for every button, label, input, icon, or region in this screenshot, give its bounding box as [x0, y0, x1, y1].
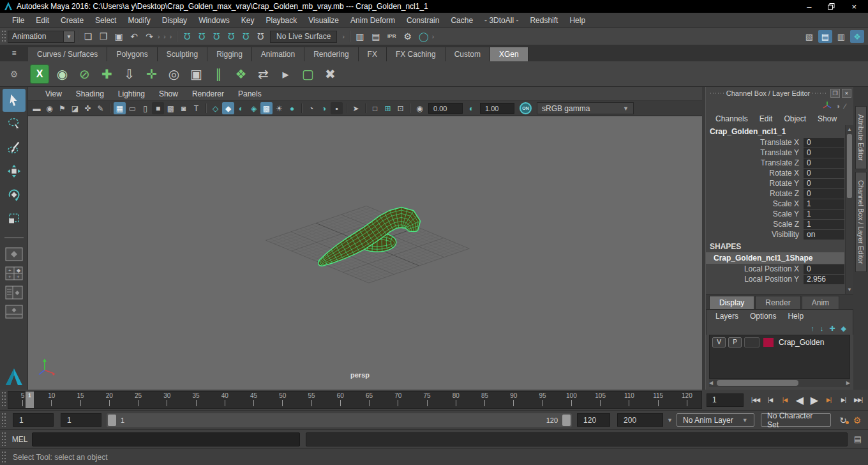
layer-editor-menu-options[interactable]: Options	[744, 312, 782, 321]
panel-menu-renderer[interactable]: Renderer	[185, 89, 231, 98]
redo-icon[interactable]: ↷	[143, 32, 156, 41]
viewport-canvas[interactable]: persp	[28, 116, 702, 390]
scroll-up-icon[interactable]: ▲	[846, 126, 853, 132]
group-expander-icon[interactable]: ›	[168, 33, 174, 40]
pt-flat-shade-icon[interactable]: ◐	[235, 102, 247, 114]
timeline-tick[interactable]: 80	[442, 392, 470, 408]
channel-object-name[interactable]: Crap_Golden_ncl1_1	[706, 125, 844, 137]
group-expander-icon[interactable]: ›	[156, 33, 161, 40]
channel-value-field[interactable]: 0	[804, 189, 844, 199]
pt-shadows-icon[interactable]: ●	[286, 102, 298, 114]
range-slider[interactable]: 1 120	[107, 413, 572, 427]
help-line-grip[interactable]	[1, 452, 6, 462]
open-scene-icon[interactable]: ❒	[97, 32, 110, 41]
timeline-tick[interactable]: 100	[557, 392, 586, 408]
playback-end-field[interactable]: 120	[577, 413, 610, 427]
range-slider-track[interactable]: 1 120	[116, 415, 562, 426]
pt-resolution-gate-icon[interactable]: ▯	[139, 102, 151, 114]
new-scene-icon[interactable]: ❏	[82, 32, 94, 41]
command-results-field[interactable]	[306, 432, 848, 446]
time-slider-grip[interactable]	[1, 392, 6, 408]
channel-label[interactable]: Translate Z	[761, 158, 804, 167]
layer-editor-tab-anim[interactable]: Anim	[802, 296, 839, 309]
channel-value-field[interactable]: 1	[804, 210, 844, 219]
timeline-tick[interactable]: 55	[297, 392, 326, 408]
menu-constrain[interactable]: Constrain	[401, 16, 445, 25]
menu-playback[interactable]: Playback	[260, 16, 303, 25]
command-input-field[interactable]	[32, 432, 300, 446]
current-frame-field[interactable]: 1	[707, 393, 744, 407]
pt-exposure-icon[interactable]: ◉	[414, 102, 426, 114]
animation-start-field[interactable]: 1	[13, 413, 54, 427]
xgen-add-guide-icon[interactable]: ✛	[140, 63, 163, 85]
panel-grip[interactable]	[812, 91, 826, 96]
contrast-icon[interactable]: ◐	[465, 102, 477, 114]
channel-box-toggle-icon[interactable]: ▤	[818, 30, 832, 43]
menu-redshift[interactable]: Redshift	[524, 16, 564, 25]
channel-label[interactable]: Scale X	[773, 199, 804, 208]
layer-display-type-toggle[interactable]	[744, 337, 760, 347]
menu-file[interactable]: File	[6, 16, 30, 25]
layer-from-selected-icon[interactable]: ◆	[841, 324, 846, 333]
menu-windows[interactable]: Windows	[193, 16, 236, 25]
step-back-key-button[interactable]: |◀	[777, 393, 792, 407]
menu-cache[interactable]: Cache	[445, 16, 479, 25]
layer-color-swatch[interactable]	[763, 338, 774, 347]
menu-anim-deform[interactable]: Anim Deform	[345, 16, 401, 25]
auto-keyframe-toggle-icon[interactable]: ↻	[836, 415, 850, 425]
channel-value-field[interactable]: 0	[804, 264, 844, 274]
channel-box-menu-object[interactable]: Object	[778, 114, 812, 123]
shelf-tab-rigging[interactable]: Rigging	[207, 47, 252, 61]
timeline-tick[interactable]: 120	[673, 392, 701, 408]
pt-occlusion-icon[interactable]: ◔	[305, 102, 317, 114]
channel-box-menu-channels[interactable]: Channels	[710, 114, 754, 123]
panel-menu-show[interactable]: Show	[152, 89, 185, 98]
shelf-tab-fx-caching[interactable]: FX Caching	[387, 47, 445, 61]
shape-node-name[interactable]: Crap_Golden_ncl1_1Shape	[706, 252, 844, 264]
xgen-delete-guides-icon[interactable]: ✖	[319, 63, 341, 85]
group-expander-icon[interactable]: ›	[161, 33, 167, 40]
scrollbar-thumb[interactable]	[717, 380, 798, 386]
speed-slow-icon[interactable]: ◑	[836, 102, 841, 110]
channel-label[interactable]: Scale Z	[773, 220, 804, 229]
channel-label[interactable]: Rotate X	[769, 169, 804, 178]
pt-grid-icon[interactable]: ▦	[114, 102, 126, 114]
channel-label[interactable]: Translate X	[760, 138, 804, 147]
modeling-toolkit-toggle-icon[interactable]: ▧	[802, 30, 816, 43]
viewport-3d-view[interactable]: persp	[28, 116, 702, 388]
anim-layer-selector[interactable]: No Anim Layer ▼	[677, 413, 754, 427]
ipr-render-icon[interactable]: IPR	[385, 34, 398, 39]
xgen-disable-preview-icon[interactable]: ⊘	[73, 63, 96, 85]
snap-to-curve-icon[interactable]: Ω	[195, 32, 208, 41]
timeline-tick[interactable]: 110	[615, 392, 643, 408]
channel-label[interactable]: Scale Y	[773, 210, 804, 218]
range-start-handle[interactable]	[108, 415, 116, 426]
xgen-guide-flip-icon[interactable]: ⇄	[252, 63, 274, 85]
pt-bookmark-icon[interactable]: ⚑	[56, 102, 68, 114]
menu-key[interactable]: Key	[236, 16, 260, 25]
channel-label[interactable]: Rotate Y	[770, 179, 804, 188]
pt-grease-pencil-icon[interactable]: ✎	[94, 102, 107, 114]
scrollbar-thumb[interactable]	[847, 134, 852, 198]
shelf-gear-icon[interactable]: ⚙	[0, 69, 28, 79]
character-set-selector[interactable]: No Character Set	[761, 413, 831, 427]
pt-xray-joints-icon[interactable]: ⊞	[382, 102, 394, 114]
pt-xray-active-icon[interactable]: ⊡	[394, 102, 407, 114]
render-view-icon[interactable]: ▥	[354, 32, 366, 41]
pt-select-camera-icon[interactable]: ▬	[31, 102, 43, 114]
step-forward-frame-button[interactable]: ▶|	[836, 393, 851, 407]
move-tool-button[interactable]	[3, 160, 26, 183]
layer-editor-tab-display[interactable]: Display	[709, 296, 754, 309]
maya-logo-icon[interactable]	[4, 369, 24, 387]
shelf-menu-icon[interactable]: ≡	[0, 45, 28, 61]
group-expander-icon[interactable]: ›	[430, 33, 436, 40]
shelf-tab-fx[interactable]: FX	[359, 47, 387, 61]
panel-menu-lighting[interactable]: Lighting	[111, 89, 152, 98]
paint-selection-tool-button[interactable]	[3, 136, 26, 159]
snap-to-point-icon[interactable]: Ω	[210, 32, 223, 41]
channel-value-field[interactable]: 0	[804, 158, 844, 168]
snap-to-view-plane-icon[interactable]: Ω	[239, 32, 252, 41]
timeline-tick[interactable]: 90	[499, 392, 528, 408]
xgen-editor-icon[interactable]: X	[30, 65, 49, 84]
channel-value-field[interactable]: 2.956	[804, 275, 844, 284]
